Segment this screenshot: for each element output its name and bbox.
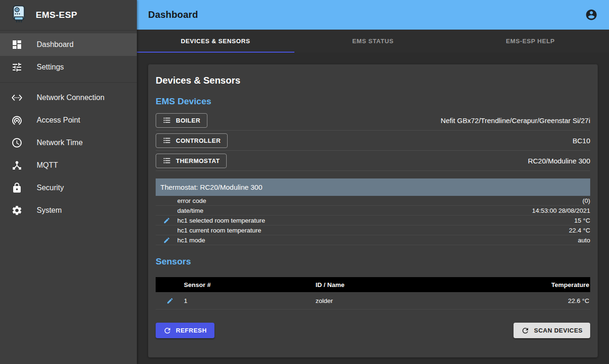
card-actions: REFRESH SCAN DEVICES — [156, 323, 590, 338]
thermostat-device-button[interactable]: THERMOSTAT — [156, 154, 227, 168]
account-icon[interactable] — [585, 8, 598, 21]
sensor-name: zolder — [316, 297, 568, 304]
tab-ems-status[interactable]: EMS STATUS — [294, 30, 452, 53]
devices-sensors-card: Devices & Sensors EMS Devices BOILER Nef… — [148, 64, 598, 357]
app-root: EMS-ESP Dashboard Settings Ne — [0, 0, 609, 364]
detail-label: date/time — [177, 207, 204, 214]
edit-pencil-icon[interactable] — [166, 297, 174, 304]
detail-label: hc1 selected room temperature — [177, 217, 265, 224]
column-header-sensor-number: Sensor # — [184, 281, 316, 288]
detail-value: 22.4 °C — [569, 227, 590, 234]
sidebar-divider — [0, 30, 137, 31]
ethernet-icon — [11, 92, 23, 103]
device-model: Nefit GBx72/Trendline/Cerapur/Greenstar … — [441, 116, 590, 124]
device-button-label: BOILER — [176, 117, 200, 124]
sidebar: EMS-ESP Dashboard Settings Ne — [0, 0, 137, 364]
page-title: Dashboard — [148, 9, 198, 20]
device-detail-header: Thermostat: RC20/Moduline 300 — [156, 178, 590, 196]
sidebar-item-label: Security — [37, 184, 64, 192]
tab-ems-esp-help[interactable]: EMS-ESP HELP — [451, 30, 609, 53]
sidebar-header: EMS-ESP — [0, 0, 137, 30]
detail-row-error-code: error code (0) — [156, 196, 590, 206]
sidebar-item-label: Network Connection — [37, 93, 104, 102]
sensor-temperature: 22.6 °C — [568, 297, 590, 304]
detail-value: 15 °C — [574, 217, 590, 224]
sidebar-item-label: Access Point — [37, 116, 80, 124]
detail-label: hc1 mode — [177, 237, 205, 244]
sidebar-divider — [0, 82, 137, 83]
card-title: Devices & Sensors — [156, 75, 590, 86]
detail-label: hc1 current room temperature — [177, 227, 261, 234]
edit-pencil-icon[interactable] — [163, 217, 170, 224]
sidebar-item-security[interactable]: Security — [0, 177, 137, 199]
detail-value: 14:53:00 28/08/2021 — [532, 207, 590, 214]
device-row-boiler: BOILER Nefit GBx72/Trendline/Cerapur/Gre… — [156, 110, 590, 131]
list-icon — [163, 156, 171, 165]
tab-bar: DEVICES & SENSORS EMS STATUS EMS-ESP HEL… — [137, 30, 609, 53]
wifi-tethering-icon — [11, 115, 23, 126]
sidebar-item-settings[interactable]: Settings — [0, 56, 137, 78]
dashboard-icon — [11, 39, 23, 50]
device-row-thermostat: THERMOSTAT RC20/Moduline 300 — [156, 151, 590, 171]
main-column: Dashboard DEVICES & SENSORS EMS STATUS E… — [137, 0, 609, 364]
refresh-button[interactable]: REFRESH — [156, 323, 214, 338]
device-button-label: THERMOSTAT — [176, 157, 220, 164]
sidebar-item-label: Dashboard — [37, 40, 73, 49]
sidebar-item-label: MQTT — [37, 161, 58, 170]
column-header-temperature: Temperature — [551, 281, 590, 288]
detail-row-date-time: date/time 14:53:00 28/08/2021 — [156, 206, 590, 216]
lock-icon — [11, 182, 23, 194]
tab-devices-sensors[interactable]: DEVICES & SENSORS — [137, 30, 294, 53]
refresh-button-label: REFRESH — [176, 327, 207, 334]
clock-icon — [11, 137, 23, 148]
detail-value: auto — [578, 237, 590, 244]
sidebar-nav: Dashboard Settings Network Connection — [0, 33, 137, 222]
ems-devices-heading: EMS Devices — [156, 96, 590, 107]
content-area: Devices & Sensors EMS Devices BOILER Nef… — [137, 53, 609, 364]
sidebar-item-mqtt[interactable]: MQTT — [0, 154, 137, 177]
sensor-table-header: Sensor # ID / Name Temperature — [156, 277, 590, 292]
tune-icon — [11, 62, 23, 73]
sidebar-item-label: Settings — [37, 63, 64, 71]
gear-icon — [11, 205, 23, 216]
sensors-heading: Sensors — [156, 256, 590, 267]
device-row-controller: CONTROLLER BC10 — [156, 131, 590, 151]
ems-esp-boiler-logo-icon — [9, 5, 28, 25]
detail-label: error code — [177, 197, 206, 204]
device-model: RC20/Moduline 300 — [528, 157, 590, 165]
detail-row-hc1-selected-temp: hc1 selected room temperature 15 °C — [156, 216, 590, 225]
boiler-device-button[interactable]: BOILER — [156, 113, 207, 128]
app-title: EMS-ESP — [36, 10, 77, 20]
list-icon — [163, 136, 171, 145]
column-header-id-name: ID / Name — [316, 281, 551, 288]
sensor-number: 1 — [184, 297, 316, 304]
device-button-label: CONTROLLER — [176, 137, 221, 144]
scan-devices-button-label: SCAN DEVICES — [534, 327, 583, 334]
scan-devices-button[interactable]: SCAN DEVICES — [514, 323, 590, 338]
sensor-table-row: 1 zolder 22.6 °C — [156, 292, 590, 310]
controller-device-button[interactable]: CONTROLLER — [156, 133, 228, 148]
sidebar-item-access-point[interactable]: Access Point — [0, 109, 137, 132]
sidebar-item-network-time[interactable]: Network Time — [0, 132, 137, 154]
sidebar-item-network-connection[interactable]: Network Connection — [0, 86, 137, 109]
refresh-icon — [163, 326, 172, 335]
sidebar-item-system[interactable]: System — [0, 199, 137, 222]
sidebar-item-dashboard[interactable]: Dashboard — [0, 33, 137, 56]
list-icon — [163, 116, 171, 124]
refresh-icon — [521, 326, 530, 335]
detail-value: (0) — [583, 197, 591, 204]
detail-row-hc1-mode: hc1 mode auto — [156, 235, 590, 245]
top-header: Dashboard — [137, 0, 609, 30]
detail-row-hc1-current-temp: hc1 current room temperature 22.4 °C — [156, 225, 590, 235]
sidebar-item-label: Network Time — [37, 139, 83, 147]
device-model: BC10 — [572, 137, 590, 145]
edit-pencil-icon[interactable] — [163, 237, 170, 244]
device-hub-icon — [11, 160, 23, 171]
sidebar-item-label: System — [37, 206, 62, 215]
